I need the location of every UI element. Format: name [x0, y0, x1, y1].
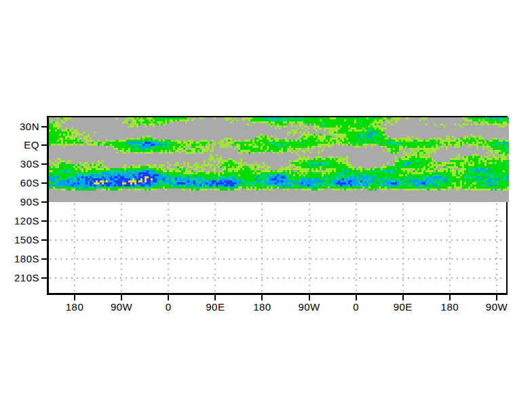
y-tick-label-30N: 30N	[0, 121, 39, 133]
h-gridline	[50, 220, 505, 222]
x-tick-mark	[214, 295, 216, 300]
y-tick-mark	[41, 258, 47, 260]
y-tick-mark	[41, 126, 47, 127]
y-tick-label-EQ: EQ	[0, 139, 39, 151]
y-tick-mark	[41, 201, 47, 203]
v-gridline	[74, 203, 75, 293]
x-tick-label-1: 90W	[100, 301, 143, 313]
h-gridline	[50, 258, 505, 260]
y-tick-label-90S: 90S	[0, 196, 39, 208]
y-tick-mark	[41, 239, 47, 241]
x-tick-mark	[309, 295, 310, 300]
figure-canvas: 30NEQ30S60S90S120S150S180S210S 18090W090…	[0, 0, 532, 415]
v-gridline	[356, 203, 357, 293]
x-tick-mark	[449, 295, 451, 300]
y-tick-label-180S: 180S	[0, 253, 39, 265]
y-tick-label-210S: 210S	[0, 272, 39, 284]
h-gridline	[50, 239, 505, 241]
y-tick-mark	[41, 163, 47, 165]
x-tick-label-7: 90E	[381, 301, 425, 313]
y-tick-label-150S: 150S	[0, 234, 39, 246]
x-tick-mark	[261, 295, 263, 300]
heatmap-canvas	[49, 117, 509, 202]
x-tick-label-8: 180	[428, 301, 472, 313]
v-gridline	[496, 203, 497, 293]
x-tick-mark	[356, 295, 357, 300]
h-gridline	[50, 277, 505, 279]
v-gridline	[121, 203, 122, 293]
x-tick-mark	[74, 295, 75, 300]
x-tick-mark	[402, 295, 404, 300]
v-gridline	[309, 203, 310, 293]
x-tick-label-0: 180	[53, 301, 96, 313]
x-tick-label-4: 180	[240, 301, 284, 313]
v-gridline	[168, 203, 169, 293]
v-gridline	[261, 203, 263, 293]
y-tick-mark	[41, 144, 47, 146]
v-gridline	[402, 203, 404, 293]
x-tick-label-3: 90E	[193, 301, 237, 313]
x-tick-mark	[168, 295, 169, 300]
y-tick-mark	[41, 220, 47, 222]
x-tick-label-2: 0	[147, 301, 190, 313]
x-tick-mark	[496, 295, 497, 300]
y-tick-label-30S: 30S	[0, 158, 39, 170]
y-tick-mark	[41, 182, 47, 184]
y-tick-label-120S: 120S	[0, 215, 39, 227]
x-tick-label-5: 90W	[288, 301, 331, 313]
y-tick-mark	[41, 277, 47, 279]
v-gridline	[449, 203, 451, 293]
y-tick-label-60S: 60S	[0, 177, 39, 189]
x-tick-label-6: 0	[335, 301, 378, 313]
v-gridline	[214, 203, 216, 293]
x-tick-label-9: 90W	[475, 301, 518, 313]
x-tick-mark	[121, 295, 122, 300]
